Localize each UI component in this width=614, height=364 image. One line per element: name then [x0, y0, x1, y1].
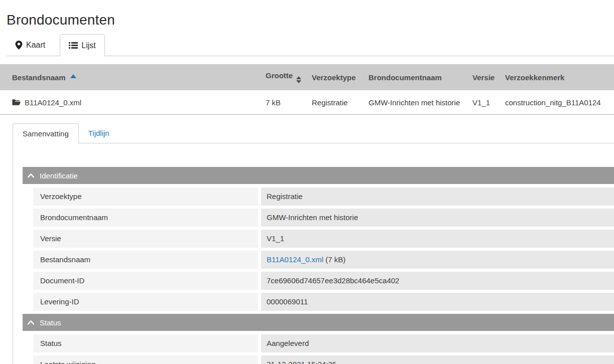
folder-icon [12, 99, 21, 106]
cell-bestandsnaam-text: B11A0124_0.xml [25, 98, 81, 107]
column-header-verzoekkenmerk: Verzoekkenmerk [505, 73, 614, 82]
tab-tijdlijn-label: Tijdlijn [88, 129, 109, 137]
detail-row-verzoektype: Verzoektype Registratie [33, 188, 614, 206]
column-header-verzoektype: Verzoektype [312, 73, 369, 82]
documents-table: Bestandsnaam Grootte Verzoektype Brondoc… [0, 64, 614, 115]
map-pin-icon [15, 41, 23, 50]
detail-row-laatste-wijziging: Laatste wijziging 31-12-2021 15:24:25 [33, 355, 614, 364]
column-header-grootte[interactable]: Grootte [266, 71, 312, 83]
section-title-status: Status [40, 318, 61, 327]
detail-value: Registratie [261, 188, 614, 206]
detail-tabs: Samenvatting Tijdlijn [13, 123, 614, 143]
detail-value: 0000069011 [261, 293, 614, 311]
cell-grootte: 7 kB [266, 98, 312, 107]
identificatie-rows: Verzoektype Registratie Brondocumentnaam… [33, 188, 614, 311]
column-label-brondocumentnaam: Brondocumentnaam [369, 73, 442, 82]
detail-panel: Identificatie Verzoektype Registratie Br… [13, 143, 614, 364]
detail-label: Status [33, 334, 258, 352]
status-rows: Status Aangeleverd Laatste wijziging 31-… [33, 334, 614, 364]
detail-label: Levering-ID [33, 293, 258, 311]
chevron-up-icon [27, 173, 35, 178]
column-label-bestandsnaam: Bestandsnaam [12, 73, 66, 82]
detail-row-document-id: Document-ID 7ce69606d74657ee3d28bc464e5c… [33, 272, 614, 290]
detail-label: Laatste wijziging [33, 355, 258, 364]
detail-value: B11A0124_0.xml (7 kB) [261, 251, 614, 269]
cell-verzoektype: Registratie [312, 98, 369, 107]
column-header-brondocumentnaam: Brondocumentnaam [369, 73, 472, 82]
detail-row-versie: Versie V1_1 [33, 230, 614, 248]
tab-lijst-label: Lijst [81, 41, 95, 50]
file-size-suffix: (7 kB) [323, 255, 345, 264]
cell-verzoekkenmerk: construction_nitg_B11A0124 [505, 98, 614, 107]
cell-bestandsnaam: B11A0124_0.xml [0, 98, 266, 107]
detail-row-status: Status Aangeleverd [33, 334, 614, 352]
detail-value: 31-12-2021 15:24:25 [261, 355, 614, 364]
tab-kaart[interactable]: Kaart [7, 34, 54, 56]
sort-asc-icon [70, 74, 76, 78]
chevron-up-icon [27, 320, 35, 325]
detail-value: GMW-Inrichten met historie [261, 209, 614, 227]
detail-label: Bestandsnaam [33, 251, 258, 269]
column-header-bestandsnaam[interactable]: Bestandsnaam [0, 73, 266, 82]
tab-samenvatting[interactable]: Samenvatting [13, 123, 79, 143]
sort-both-icon [296, 76, 301, 83]
file-download-link[interactable]: B11A0124_0.xml [267, 255, 323, 264]
column-label-verzoektype: Verzoektype [312, 73, 356, 82]
tab-lijst[interactable]: Lijst [60, 34, 104, 56]
tab-kaart-label: Kaart [26, 41, 45, 50]
detail-label: Versie [33, 230, 258, 248]
brondocumenten-page: Brondocumenten Kaart Lijst Bestandsnaam … [0, 0, 614, 364]
view-tabs: Kaart Lijst [7, 34, 614, 56]
column-label-verzoekkenmerk: Verzoekkenmerk [505, 73, 564, 82]
cell-brondocumentnaam: GMW-Inrichten met historie [369, 98, 472, 107]
section-title-identificatie: Identificatie [40, 171, 78, 180]
page-title: Brondocumenten [0, 0, 614, 28]
table-header-row: Bestandsnaam Grootte Verzoektype Brondoc… [0, 64, 614, 90]
detail-value: 7ce69606d74657ee3d28bc464e5ca402 [261, 272, 614, 290]
detail-row-bestandsnaam: Bestandsnaam B11A0124_0.xml (7 kB) [33, 251, 614, 269]
detail-value: Aangeleverd [261, 334, 614, 352]
tab-samenvatting-label: Samenvatting [23, 129, 69, 138]
detail-row-levering-id: Levering-ID 0000069011 [33, 293, 614, 311]
section-header-status[interactable]: Status [23, 314, 614, 331]
detail-row-brondocumentnaam: Brondocumentnaam GMW-Inrichten met histo… [33, 209, 614, 227]
cell-versie: V1_1 [472, 98, 505, 107]
table-row[interactable]: B11A0124_0.xml 7 kB Registratie GMW-Inri… [0, 90, 614, 115]
detail-value: V1_1 [261, 230, 614, 248]
detail-label: Verzoektype [33, 188, 258, 206]
tab-tijdlijn[interactable]: Tijdlijn [79, 123, 119, 143]
detail-label: Brondocumentnaam [33, 209, 258, 227]
column-label-versie: Versie [472, 73, 495, 82]
column-header-versie: Versie [472, 73, 505, 82]
list-icon [69, 42, 78, 49]
detail-label: Document-ID [33, 272, 258, 290]
section-header-identificatie[interactable]: Identificatie [23, 167, 614, 184]
column-label-grootte: Grootte [266, 71, 293, 80]
